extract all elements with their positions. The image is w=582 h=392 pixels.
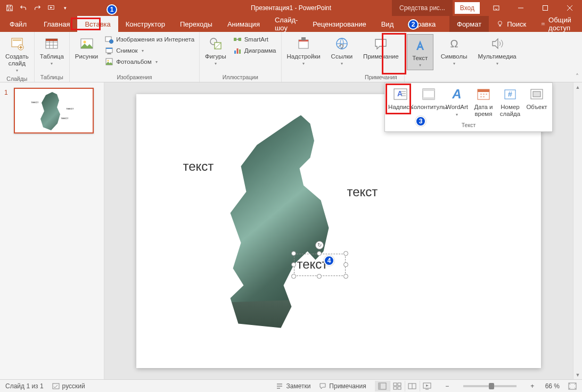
thumbnail-item[interactable]: 1 текст текст текст	[4, 88, 100, 134]
reading-view-button[interactable]	[405, 381, 420, 391]
notes-button[interactable]: Заметки	[276, 382, 310, 390]
share-button[interactable]: Общий доступ	[534, 16, 582, 32]
ribbon-display-options-button[interactable]	[484, 0, 509, 16]
tab-slideshow[interactable]: Слайд-шоу	[267, 16, 305, 32]
table-button[interactable]: Таблица ▾	[37, 34, 67, 67]
photo-album-button[interactable]: Фотоальбом▾	[102, 56, 197, 67]
collapse-ribbon-button[interactable]: ˄	[576, 73, 579, 80]
screenshot-button[interactable]: Снимок▾	[102, 45, 197, 56]
zoom-in-button[interactable]: +	[528, 382, 537, 390]
slide-sorter-view-button[interactable]	[390, 381, 405, 391]
svg-rect-27	[236, 48, 238, 54]
links-button[interactable]: Ссылки ▾	[328, 34, 356, 67]
maximize-button[interactable]	[533, 0, 558, 16]
signin-button[interactable]: Вход	[455, 2, 480, 14]
comments-button[interactable]: Примечания	[319, 382, 366, 390]
start-from-beginning-button[interactable]	[45, 2, 58, 14]
quick-access-toolbar: ▾	[0, 2, 75, 14]
media-button[interactable]: Мультимедиа ▾	[474, 34, 519, 67]
tab-file[interactable]: Файл	[0, 16, 36, 32]
text-dropdown-button[interactable]: Текст ▾	[407, 34, 433, 70]
svg-rect-10	[13, 39, 21, 41]
svg-rect-51	[394, 387, 397, 389]
share-label: Общий доступ	[548, 16, 575, 32]
selected-textbox-text[interactable]: текст	[297, 257, 328, 272]
slide-position-label[interactable]: Слайд 1 из 1	[5, 382, 44, 390]
tab-design[interactable]: Конструктор	[118, 16, 173, 32]
redo-button[interactable]	[31, 2, 44, 14]
comment-icon	[372, 35, 389, 52]
minimize-button[interactable]	[509, 0, 533, 16]
qat-customize-button[interactable]: ▾	[59, 2, 71, 14]
tab-animation[interactable]: Анимация	[220, 16, 267, 32]
vertical-scrollbar[interactable]: ▲ ▼	[573, 82, 582, 379]
slide-thumbnails-pane[interactable]: 1 текст текст текст	[0, 82, 104, 379]
normal-view-button[interactable]	[375, 381, 390, 391]
svg-rect-49	[394, 383, 397, 386]
svg-text:A: A	[452, 87, 461, 101]
chart-button[interactable]: Диаграмма	[231, 45, 279, 56]
screenshot-icon	[105, 46, 113, 55]
resize-handle-s[interactable]	[317, 274, 322, 279]
new-slide-icon	[9, 35, 26, 52]
resize-handle-nw[interactable]	[291, 251, 296, 256]
tell-me-search[interactable]: Поиск	[489, 16, 534, 32]
thumbnail-preview[interactable]: текст текст текст	[14, 88, 94, 134]
pictures-button[interactable]: Рисунки	[72, 34, 101, 61]
wordart-button[interactable]: A WordArt ▾	[445, 85, 469, 119]
close-button[interactable]	[558, 0, 582, 16]
thumbnail-image	[38, 92, 65, 130]
text-icon	[412, 37, 429, 54]
language-button[interactable]: русский	[52, 382, 85, 390]
ribbon-group-comments: Примечание Примечания	[358, 32, 405, 82]
online-pictures-button[interactable]: Изображения из Интернета	[102, 34, 197, 45]
comment-button[interactable]: Примечание	[360, 34, 402, 61]
ribbon-group-media: Мультимедиа ▾	[472, 32, 521, 82]
text-dropdown-panel: A Надпись Колонтитулы A WordArt ▾ Дата и…	[384, 82, 553, 132]
selected-textbox[interactable]: ↻ текст	[294, 254, 346, 276]
symbols-button[interactable]: Ω Символы ▾	[438, 34, 471, 67]
resize-handle-w[interactable]	[291, 262, 296, 267]
tab-transitions[interactable]: Переходы	[173, 16, 220, 32]
addins-button[interactable]: Надстройки ▾	[284, 34, 324, 67]
slide-image-statue[interactable]	[217, 115, 350, 328]
resize-handle-sw[interactable]	[291, 274, 296, 279]
annotation-number-4: 4	[324, 255, 334, 266]
scroll-down-button[interactable]: ▼	[573, 370, 582, 379]
new-slide-button[interactable]: Создать слайд ▾	[2, 34, 32, 74]
textbox-button[interactable]: A Надпись	[388, 85, 413, 119]
svg-rect-52	[398, 387, 401, 389]
slideshow-view-button[interactable]	[420, 381, 435, 391]
smartart-button[interactable]: SmartArt	[231, 34, 279, 45]
tab-format[interactable]: Формат	[449, 16, 489, 32]
slide-textbox-2[interactable]: текст	[347, 185, 378, 199]
header-footer-button[interactable]: Колонтитулы	[415, 85, 442, 119]
slide-number-button[interactable]: # Номер слайда	[498, 85, 522, 119]
fit-to-window-button[interactable]	[568, 382, 577, 390]
ribbon: Создать слайд ▾ Слайды Таблица ▾ Таблицы…	[0, 32, 582, 82]
date-time-button[interactable]: Дата и время	[471, 85, 496, 119]
slide-textbox-1[interactable]: текст	[183, 159, 214, 174]
resize-handle-se[interactable]	[343, 274, 348, 279]
shapes-icon	[207, 35, 224, 52]
object-button[interactable]: Объект	[524, 85, 549, 119]
resize-handle-e[interactable]	[343, 262, 348, 267]
tab-view[interactable]: Вид	[374, 16, 401, 32]
resize-handle-n[interactable]	[317, 251, 322, 256]
save-button[interactable]	[3, 2, 16, 14]
slide-canvas[interactable]: текст текст ↻ текст	[136, 94, 541, 368]
undo-button[interactable]	[17, 2, 30, 14]
online-pictures-icon	[105, 35, 113, 44]
tab-review[interactable]: Рецензирование	[305, 16, 373, 32]
resize-handle-ne[interactable]	[343, 251, 348, 256]
zoom-level-label[interactable]: 66 %	[545, 382, 560, 390]
tab-insert[interactable]: Вставка	[77, 16, 118, 32]
tab-home[interactable]: Главная	[36, 16, 77, 32]
zoom-out-button[interactable]: −	[443, 382, 452, 390]
scroll-up-button[interactable]: ▲	[573, 82, 582, 91]
chart-icon	[233, 46, 242, 55]
zoom-slider[interactable]	[463, 385, 517, 387]
rotate-handle[interactable]: ↻	[315, 241, 324, 249]
svg-rect-26	[234, 51, 236, 54]
shapes-button[interactable]: Фигуры ▾	[202, 34, 229, 67]
